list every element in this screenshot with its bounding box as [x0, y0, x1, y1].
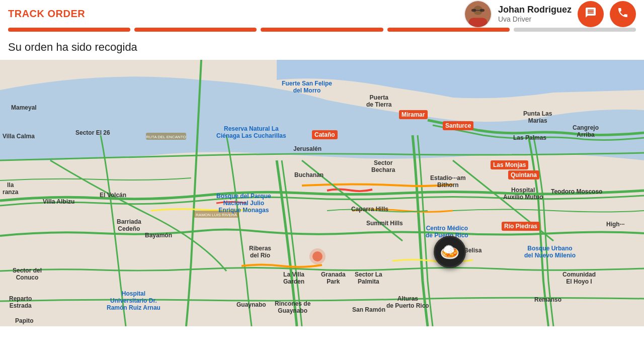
driver-section: Johan Rodriguez Uva Driver: [464, 0, 636, 28]
progress-step-2: [134, 28, 257, 32]
svg-rect-2: [468, 18, 487, 27]
driver-name: Johan Rodriguez: [498, 5, 572, 15]
call-button[interactable]: [610, 1, 636, 27]
message-icon: [585, 7, 597, 22]
progress-step-1: [8, 28, 130, 32]
svg-rect-4: [480, 9, 485, 12]
svg-text:RAMON LUIS RIVERA: RAMON LUIS RIVERA: [196, 213, 237, 217]
driver-avatar: [464, 0, 492, 28]
progress-step-4: [387, 28, 510, 32]
svg-text:RUTA DEL ENCANTO: RUTA DEL ENCANTO: [146, 135, 186, 139]
title-section: TRACK ORDER: [8, 8, 464, 20]
progress-step-5: [514, 28, 636, 32]
status-text: Su orden ha sido recogida: [8, 41, 636, 54]
app-title: TRACK ORDER: [8, 8, 464, 20]
driver-role: Uva Driver: [498, 15, 572, 23]
header: TRACK ORDER Johan Rodriguez Uva Driver: [0, 0, 644, 28]
message-button[interactable]: [578, 1, 604, 27]
map-container[interactable]: RUTA DEL ENCANTO RAMON LUIS RIVERA Mamey…: [0, 60, 644, 326]
driver-info: Johan Rodriguez Uva Driver: [498, 5, 572, 23]
phone-icon: [617, 7, 629, 22]
svg-rect-3: [471, 9, 476, 12]
status-section: Su orden ha sido recogida: [0, 36, 644, 60]
progress-section: [0, 28, 644, 36]
progress-step-3: [261, 28, 383, 32]
